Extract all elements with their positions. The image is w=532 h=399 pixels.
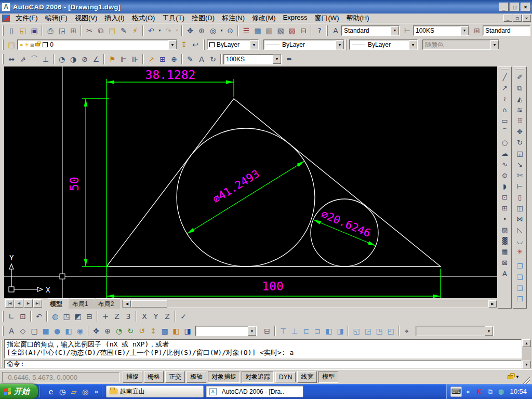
ordinate-dimension-button[interactable]: ⊥ — [40, 54, 51, 65]
chamfer-button[interactable]: ◺ — [514, 224, 525, 235]
table-style-combo[interactable]: Standard — [483, 25, 530, 36]
status-toggle-ortho[interactable]: 正交 — [165, 371, 185, 383]
point-button[interactable]: • — [499, 214, 510, 224]
scrollbar-track[interactable] — [522, 347, 531, 361]
world-ucs-button[interactable]: ◍ — [49, 311, 61, 322]
redo-button[interactable]: ↷ — [163, 25, 174, 36]
tray-input-method-icon[interactable]: ⌨ — [450, 387, 462, 397]
dim-style-button[interactable]: ⊢ — [402, 25, 413, 36]
zoom-window-button-dropdown[interactable]: ▾ — [219, 25, 224, 36]
menu-insert[interactable]: 插入(I) — [101, 13, 128, 23]
aligned-dimension-button[interactable]: ⇗ — [17, 54, 29, 65]
pan-realtime-button[interactable]: ✥ — [184, 25, 196, 36]
menu-edit[interactable]: 编辑(E) — [42, 13, 71, 23]
menu-file[interactable]: 文件(F) — [12, 13, 42, 23]
radius-dimension-button[interactable]: ◔ — [56, 54, 68, 65]
ellipse-button[interactable]: ⊜ — [499, 170, 510, 181]
3d-swivel-button[interactable]: ↺ — [136, 325, 148, 337]
combo-dropdown-button[interactable]: ▼ — [168, 40, 177, 49]
x-rotate-ucs-button[interactable]: X — [139, 311, 150, 322]
gouraud-shaded-button[interactable]: ● — [51, 325, 63, 337]
scale-button[interactable]: ◱ — [514, 148, 525, 159]
combo-dropdown-button[interactable]: ▼ — [336, 40, 344, 49]
menu-dimension[interactable]: 标注(N) — [218, 13, 248, 23]
status-toggle-model[interactable]: 模型 — [318, 371, 338, 383]
angular-dimension-button[interactable]: ∠ — [90, 54, 102, 65]
layer-on-icon[interactable]: ● — [20, 42, 23, 48]
toolbar-grip[interactable] — [260, 39, 261, 50]
menu-window[interactable]: 窗口(W) — [311, 13, 343, 23]
redo-button-dropdown[interactable]: ▾ — [174, 25, 180, 36]
flat-shaded-edges-on-button[interactable]: ◧ — [63, 325, 74, 337]
lineweight-control-combo[interactable]: ByLayer ▼ — [349, 39, 418, 50]
scroll-down-button[interactable]: ▼ — [522, 361, 531, 368]
menu-view[interactable]: 视图(V) — [71, 13, 101, 23]
menu-modify[interactable]: 修改(M) — [248, 13, 280, 23]
plot-preview-button[interactable]: ◲ — [56, 25, 68, 36]
revision-cloud-button[interactable]: ☁ — [499, 148, 510, 159]
command-history[interactable]: 指定窗口的角点，输入比例因子 (nX 或 nXP)，或者 [全部(A)/中心(C… — [4, 339, 522, 358]
scrollbar-thumb[interactable] — [131, 300, 167, 308]
origin-ucs-button[interactable]: + — [100, 311, 111, 322]
layer-lock-icon[interactable] — [35, 43, 40, 46]
layer-previous-button[interactable]: ↩ — [190, 39, 201, 50]
quick-dimension-button[interactable]: ⚑ — [107, 54, 118, 65]
linear-dimension-button[interactable]: ↔ — [6, 54, 17, 65]
dimension-style-dialog-button[interactable]: ✒ — [284, 54, 295, 65]
text-style-combo[interactable]: Standard ▼ — [341, 25, 400, 36]
continue-dimension-button[interactable]: ⊪ — [129, 54, 141, 65]
start-button[interactable]: 开始 — [0, 384, 38, 399]
bottom-view-button[interactable]: ⊥ — [289, 325, 300, 337]
status-toggle-lwt[interactable]: 线宽 — [297, 371, 317, 383]
dim-style-control-combo[interactable]: 100KS ▼ — [223, 54, 282, 64]
dim-style-combo[interactable]: 100KS ▼ — [413, 25, 469, 36]
polygon-button[interactable]: ⌂ — [499, 104, 510, 115]
3d-continuous-orbit-button[interactable]: ↻ — [125, 325, 136, 337]
cut-button[interactable]: ✂ — [84, 25, 95, 36]
circle-button[interactable]: ○ — [499, 137, 510, 148]
combo-dropdown-button[interactable]: ▼ — [248, 326, 256, 336]
named-views-button[interactable]: ⊟ — [261, 325, 273, 337]
fillet-button[interactable]: ◡ — [514, 235, 525, 246]
polyline-button[interactable]: ≀ — [499, 94, 510, 104]
menu-help[interactable]: 帮助(H) — [342, 13, 373, 23]
mirror-button[interactable]: ◭ — [514, 94, 525, 104]
3d-adjust-distance-button[interactable]: ↕ — [148, 325, 159, 337]
coordinate-display[interactable]: -0.6446, 5.4673, 0.0000 — [2, 372, 119, 382]
command-scrollbar[interactable]: ▲ ▼ — [522, 339, 531, 368]
tab-layout1[interactable]: 布局1 — [66, 298, 95, 309]
status-toggle-otrack[interactable]: 对象追踪 — [242, 371, 274, 383]
text-style-button[interactable]: A — [330, 25, 341, 36]
quicklaunch-ie-icon[interactable]: e — [46, 387, 56, 397]
undo-button-dropdown[interactable]: ▾ — [157, 25, 163, 36]
face-ucs-button[interactable]: ◩ — [72, 311, 84, 322]
undo-button[interactable]: ↶ — [145, 25, 157, 36]
new-file-button[interactable]: ▯ — [6, 25, 17, 36]
paste-button[interactable]: ▤ — [107, 25, 118, 36]
top-view-button[interactable]: ⊤ — [277, 325, 289, 337]
spline-button[interactable]: ∿ — [499, 159, 510, 170]
zoom-window-button[interactable]: ◎ — [207, 25, 219, 36]
back-clip-on-off-button[interactable]: ◨ — [182, 325, 193, 337]
open-file-button[interactable]: ◱ — [17, 25, 29, 36]
array-button[interactable]: ⠿ — [514, 115, 525, 126]
document-restore-button[interactable]: ❐ — [513, 15, 522, 22]
three-point-ucs-button[interactable]: 3 — [123, 311, 134, 322]
taskbar-task-folder[interactable]: 越南宜山 — [106, 385, 204, 397]
table-button[interactable]: ⊠ — [499, 257, 510, 268]
3d-wireframe-button[interactable]: ◇ — [17, 325, 29, 337]
status-toggle-osnap[interactable]: 对象捕捉 — [208, 371, 240, 383]
toolbar-grip[interactable] — [2, 311, 4, 322]
layer-viewport-freeze-icon[interactable]: ◙ — [31, 42, 34, 48]
save-button[interactable]: ▣ — [29, 25, 40, 36]
toolbar-grip[interactable] — [258, 326, 259, 336]
gradient-button[interactable]: ▓ — [499, 235, 510, 246]
markup-set-manager-button[interactable]: ▨ — [286, 25, 298, 36]
tab-model[interactable]: 模型 — [44, 298, 69, 309]
z-rotate-ucs-button[interactable]: Z — [162, 311, 173, 322]
break-button[interactable]: ◫ — [514, 203, 525, 214]
back-view-button[interactable]: ◨ — [335, 325, 346, 337]
tool-palettes-button[interactable]: ▥ — [263, 25, 275, 36]
se-isometric-view-button[interactable]: ◲ — [362, 325, 374, 337]
3d-orbit-button[interactable]: ◔ — [113, 325, 125, 337]
